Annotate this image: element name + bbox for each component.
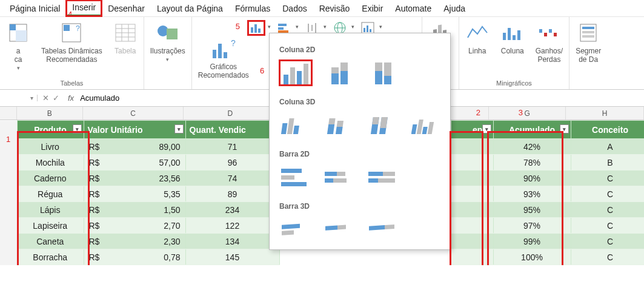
ribbon-recommended-charts[interactable]: ? Gráficos Recomendados — [196, 35, 251, 81]
menu-help[interactable]: Ajuda — [437, 1, 471, 16]
cell-quant[interactable]: 145 — [185, 249, 279, 265]
th-quant[interactable]: Quant. Vendic — [185, 121, 279, 139]
th-valor[interactable]: Valor Unitário▾ — [84, 121, 185, 139]
cell-valor[interactable]: R$57,00 — [84, 155, 185, 171]
cell-conceito[interactable]: C — [571, 234, 644, 249]
cell-conceito[interactable]: A — [571, 139, 644, 155]
col-header-d[interactable]: D — [184, 107, 277, 120]
formula-cancel-icon[interactable]: ✕ — [42, 93, 49, 103]
chart-3d-100stacked-bar[interactable] — [367, 217, 399, 242]
cell-acumulado[interactable]: 78% — [493, 155, 571, 171]
ribbon-sparkline-winloss[interactable]: Ganhos/ Perdas — [533, 19, 565, 66]
cell-acumulado[interactable]: 90% — [493, 171, 571, 186]
cell-ento[interactable] — [451, 171, 493, 186]
th-conceito[interactable]: Conceito — [571, 121, 644, 139]
chart-3d-stacked-bar[interactable] — [323, 217, 356, 242]
chart-clustered-bar[interactable] — [279, 164, 312, 190]
cell-valor[interactable]: R$5,35 — [84, 186, 185, 202]
cell-acumulado[interactable]: 95% — [493, 202, 571, 218]
menu-automate[interactable]: Automate — [389, 1, 437, 16]
col-header-b[interactable]: B — [17, 107, 83, 120]
filter-icon[interactable]: ▾ — [73, 124, 82, 133]
cell-valor[interactable]: R$1,50 — [84, 202, 185, 218]
cell-conceito[interactable]: C — [571, 202, 644, 218]
cell-valor[interactable]: R$2,30 — [84, 234, 185, 249]
cell-quant[interactable]: 134 — [185, 234, 279, 249]
chart-3d-column[interactable] — [410, 112, 443, 138]
cell-ento[interactable] — [451, 139, 493, 155]
cell-ento[interactable] — [451, 155, 493, 171]
cell-produto[interactable]: Caderno — [17, 171, 84, 186]
cell-conceito[interactable]: C — [571, 186, 644, 202]
cell-conceito[interactable]: C — [571, 218, 644, 234]
cell-quant[interactable]: 74 — [185, 171, 279, 186]
ribbon-chart-column[interactable]: ▾ — [248, 21, 265, 35]
chart-3d-100stacked-column[interactable] — [367, 112, 399, 138]
chart-100stacked-bar[interactable] — [367, 164, 399, 190]
filter-icon[interactable]: ▾ — [174, 124, 184, 133]
th-produto[interactable]: Produto▾ — [17, 121, 84, 139]
formula-accept-icon[interactable]: ✓ — [53, 93, 59, 103]
menu-insert[interactable]: Inserir — [66, 0, 102, 16]
cell-produto[interactable]: Lápis — [17, 202, 84, 218]
cell-produto[interactable]: Lapiseira — [17, 218, 84, 234]
menu-review[interactable]: Revisão — [313, 1, 356, 16]
menu-page-layout[interactable]: Layout da Página — [151, 1, 229, 16]
menu-home[interactable]: Página Inicial — [4, 1, 66, 16]
cell-ento[interactable] — [451, 218, 493, 234]
chart-3d-stacked-column[interactable] — [323, 112, 356, 138]
chart-stacked-column[interactable] — [323, 60, 356, 86]
cell-valor[interactable]: R$89,00 — [84, 139, 185, 155]
ribbon-sparkline-column[interactable]: Coluna — [498, 19, 527, 57]
cell-quant[interactable]: 234 — [185, 202, 279, 218]
cell-produto[interactable]: Régua — [17, 186, 84, 202]
cell-quant[interactable]: 89 — [185, 186, 279, 202]
cell-produto[interactable]: Livro — [17, 139, 84, 155]
cell-ento[interactable] — [451, 202, 493, 218]
col-header-g[interactable]: G — [489, 107, 566, 120]
th-acumulado[interactable]: Acumulado▾ — [493, 121, 571, 139]
cell-conceito[interactable]: C — [571, 171, 644, 186]
chart-3d-clustered-bar[interactable] — [279, 217, 312, 242]
ribbon-slicer[interactable]: Segmer de Da — [573, 19, 603, 66]
chart-clustered-column[interactable] — [279, 60, 312, 86]
cell-valor[interactable]: R$2,70 — [84, 218, 185, 234]
filter-icon[interactable]: ▾ — [560, 124, 569, 133]
cell-quant[interactable]: 96 — [185, 155, 279, 171]
cell-acumulado[interactable]: 100% — [493, 249, 571, 265]
cell-valor[interactable]: R$0,78 — [84, 249, 185, 265]
cell-ento[interactable] — [451, 249, 493, 265]
col-header-h[interactable]: H — [566, 107, 644, 120]
cell-valor[interactable]: R$23,56 — [84, 171, 185, 186]
cell-acumulado[interactable]: 97% — [493, 218, 571, 234]
cell-ento[interactable] — [451, 234, 493, 249]
cell-produto[interactable]: Borracha — [17, 249, 84, 265]
fx-label[interactable]: fx — [64, 93, 78, 103]
ribbon-sparkline-line[interactable]: Linha — [463, 19, 492, 57]
ribbon-table[interactable]: Tabela — [111, 19, 140, 57]
cell-produto[interactable]: Mochila — [17, 155, 84, 171]
col-header-f[interactable] — [447, 107, 489, 120]
menu-view[interactable]: Exibir — [356, 1, 389, 16]
th-ento[interactable]: ento▾ — [451, 121, 493, 139]
cell-conceito[interactable]: B — [571, 155, 644, 171]
cell-quant[interactable]: 71 — [185, 139, 279, 155]
menu-draw[interactable]: Desenhar — [102, 1, 151, 16]
cell-acumulado[interactable]: 99% — [493, 234, 571, 249]
cell-acumulado[interactable]: 93% — [493, 186, 571, 202]
menu-formulas[interactable]: Fórmulas — [229, 1, 276, 16]
ribbon-illustrations[interactable]: Ilustrações ▾ — [148, 19, 188, 64]
ribbon-pivot-cut[interactable]: a ca ▾ — [4, 19, 33, 72]
name-box[interactable]: ▾ — [0, 95, 38, 101]
cell-quant[interactable]: 122 — [185, 218, 279, 234]
filter-icon[interactable]: ▾ — [482, 124, 491, 133]
cell-ento[interactable] — [451, 186, 493, 202]
menu-data[interactable]: Dados — [276, 1, 313, 16]
chart-3d-clustered-column[interactable] — [279, 112, 312, 138]
cell-conceito[interactable]: C — [571, 249, 644, 265]
cell-produto[interactable]: Caneta — [17, 234, 84, 249]
ribbon-recommended-pivot[interactable]: ? Tabelas Dinâmicas Recomendadas — [39, 19, 105, 66]
chart-stacked-bar[interactable] — [323, 164, 356, 190]
col-header-c[interactable]: C — [83, 107, 184, 120]
cell-acumulado[interactable]: 42% — [493, 139, 571, 155]
